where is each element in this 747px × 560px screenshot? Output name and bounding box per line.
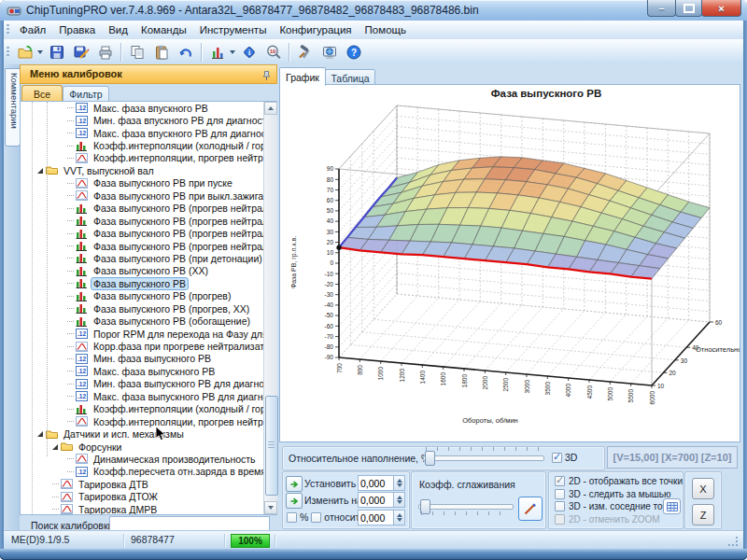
- tree-item[interactable]: .12Макс. фаза выпускного РВ для диагност…: [21, 390, 276, 402]
- network-button[interactable]: [318, 41, 341, 63]
- tree-item[interactable]: .12Макс. фаза впускного РВ для диагности…: [21, 127, 276, 139]
- help-button[interactable]: ?: [343, 41, 365, 63]
- chart-button[interactable]: [206, 41, 229, 63]
- tree-item[interactable]: Фаза выпускного РВ (прогрев нейтрал., хо…: [21, 215, 276, 227]
- tree-folder[interactable]: Форсунки: [21, 441, 276, 453]
- dropdown-arrow-icon[interactable]: [37, 50, 43, 54]
- tree-item[interactable]: Фаза выпускного РВ (прогрев, ХХ): [21, 302, 276, 315]
- tree-item[interactable]: Тарировка ДТОЖ: [21, 491, 276, 503]
- tree-item[interactable]: .12Мин. фаза впускного РВ для диагностик…: [21, 114, 276, 126]
- tree-item[interactable]: Фаза выпускного РВ (прогрев нейтрал., ХХ…: [21, 240, 276, 252]
- comments-dock-tab[interactable]: Комментарии: [5, 68, 21, 147]
- menu-item[interactable]: Помощь: [359, 21, 413, 38]
- tree-item[interactable]: .12Мин. фаза выпускного РВ: [21, 353, 276, 365]
- tools-button[interactable]: [294, 41, 317, 63]
- spinner-buttons[interactable]: [393, 492, 405, 508]
- x-axis-button[interactable]: X: [692, 478, 714, 499]
- copy-button[interactable]: [126, 41, 148, 63]
- tree-item[interactable]: .12Мин. фаза выпускного РВ для диагности…: [21, 378, 276, 390]
- tree-item[interactable]: Корр.фаза при прогреве нейтрализатора: [21, 340, 276, 352]
- close-button[interactable]: ×: [701, 0, 741, 17]
- chart-canvas[interactable]: 9080706050403020100-10-20-30-40-50-60-70…: [279, 84, 740, 442]
- menu-item[interactable]: Команды: [134, 21, 193, 38]
- tree-folder[interactable]: VVT, выпускной вал: [21, 164, 276, 176]
- tree-item[interactable]: Динамическая производительность: [21, 453, 276, 465]
- tree-item[interactable]: Коэфф.интерполяции (холодный / горячий ): [21, 139, 276, 151]
- menu-item[interactable]: Инструменты: [193, 21, 274, 38]
- scroll-up-button[interactable]: [264, 102, 277, 115]
- smoothing-slider[interactable]: [418, 498, 514, 514]
- info-button[interactable]: i: [238, 41, 261, 63]
- minimize-button[interactable]: –: [647, 0, 676, 17]
- tree-item[interactable]: Фаза выпускного РВ (при детонации): [21, 252, 276, 264]
- spinner-buttons[interactable]: [393, 510, 405, 525]
- tree-item[interactable]: .12Макс. фаза выпускного РВ: [21, 365, 276, 377]
- save-as-button[interactable]: [70, 41, 92, 63]
- tree-item[interactable]: Фаза выпускного РВ при пуске: [21, 177, 276, 189]
- menu-item[interactable]: Файл: [13, 21, 52, 38]
- view3d-toggle[interactable]: 3D: [552, 452, 577, 463]
- load-slider[interactable]: [423, 450, 544, 466]
- paste-button[interactable]: [150, 41, 173, 63]
- tree-item[interactable]: Тарировка ДМРВ: [21, 503, 276, 515]
- option-0[interactable]: 2D - отображать все точки: [555, 476, 683, 486]
- pin-icon[interactable]: [261, 69, 272, 87]
- expand-arrow-icon[interactable]: [52, 444, 58, 450]
- tab-all[interactable]: Все: [21, 85, 63, 102]
- percent-checkbox[interactable]: [287, 512, 297, 523]
- apply-set-button[interactable]: [286, 476, 303, 492]
- open-file-button[interactable]: [14, 41, 36, 63]
- tab-chart[interactable]: График: [279, 67, 326, 86]
- resize-grip[interactable]: [728, 537, 740, 550]
- set-value-input[interactable]: [358, 475, 394, 491]
- print-button[interactable]: [94, 41, 117, 63]
- relative-value-input[interactable]: [358, 510, 394, 525]
- option-checkbox[interactable]: [555, 489, 565, 499]
- apply-smoothing-button[interactable]: [518, 497, 543, 521]
- toolbar-grip[interactable]: [7, 47, 9, 58]
- tree-item[interactable]: Фаза выпускного РВ (прогрев нейтрализато…: [21, 203, 276, 215]
- undo-button[interactable]: [175, 41, 197, 63]
- apply-change-button[interactable]: [286, 493, 303, 509]
- tree-folder[interactable]: Датчики и исп. механизмы: [21, 427, 276, 440]
- option-checkbox[interactable]: [555, 501, 565, 511]
- relative-checkbox[interactable]: [311, 512, 321, 523]
- change-value-input[interactable]: [358, 492, 394, 508]
- tree-item[interactable]: Фаза выпускного РВ (обогащение): [21, 315, 276, 327]
- slider-thumb[interactable]: [425, 451, 435, 466]
- expand-arrow-icon[interactable]: [37, 431, 43, 437]
- tree-item[interactable]: .12Макс. фаза впускного РВ: [21, 102, 276, 114]
- menu-item[interactable]: Конфигурация: [273, 21, 358, 38]
- option-checkbox[interactable]: [555, 476, 565, 486]
- view3d-checkbox[interactable]: [552, 453, 562, 463]
- menu-item[interactable]: Вид: [102, 21, 134, 38]
- tree-item[interactable]: Коэфф.интерполяции, прогрев нейтр. (холо…: [21, 152, 276, 164]
- tree-item[interactable]: Фаза выпускного РВ при выкл.зажигания: [21, 189, 276, 202]
- menubar-grip[interactable]: [7, 24, 9, 35]
- spinner-buttons[interactable]: [393, 475, 405, 491]
- scrollbar-thumb[interactable]: [265, 396, 278, 496]
- scroll-down-button[interactable]: [264, 501, 277, 514]
- option-1[interactable]: 3D - следить за мышью: [555, 489, 671, 499]
- tree-item[interactable]: Коэфф.интерполяции (холодный / горячий ): [21, 403, 276, 415]
- expand-arrow-icon[interactable]: [37, 168, 43, 174]
- tree-item[interactable]: Фаза выпускного РВ (прогрев нейтрал., ХХ…: [21, 227, 276, 239]
- tree-item[interactable]: Фаза выпускного РВ: [21, 277, 276, 289]
- tree-item[interactable]: Фаза выпускного РВ (прогрев): [21, 290, 276, 302]
- dropdown-arrow-icon[interactable]: [230, 50, 235, 54]
- neighbors-grid-button[interactable]: [663, 498, 681, 514]
- tree-item[interactable]: Фаза выпускного РВ (ХХ): [21, 265, 276, 277]
- tree-scrollbar[interactable]: [263, 102, 277, 514]
- z-axis-button[interactable]: Z: [692, 504, 714, 525]
- save-button[interactable]: [46, 41, 68, 63]
- title-bar[interactable]: ChipTuningPRO ver.7.4.8.969 - Antara32L_…: [0, 0, 747, 21]
- slider-track[interactable]: [418, 504, 514, 510]
- menu-item[interactable]: Правка: [52, 21, 102, 38]
- tree-item[interactable]: Тарировка ДТВ: [21, 478, 276, 490]
- option-2[interactable]: 3D - изм. соседние точки: [555, 501, 677, 511]
- tree-item[interactable]: Коэфф.интерполяции, прогрев нейтр. (холо…: [21, 415, 276, 427]
- slider-track[interactable]: [423, 455, 544, 461]
- maximize-button[interactable]: [675, 0, 702, 17]
- tree-item[interactable]: .12Порог RPM для перехода на Фазу для ре…: [21, 328, 276, 340]
- tree-item[interactable]: .12Коэфф.пересчета отн.заряда в время вп…: [21, 466, 276, 478]
